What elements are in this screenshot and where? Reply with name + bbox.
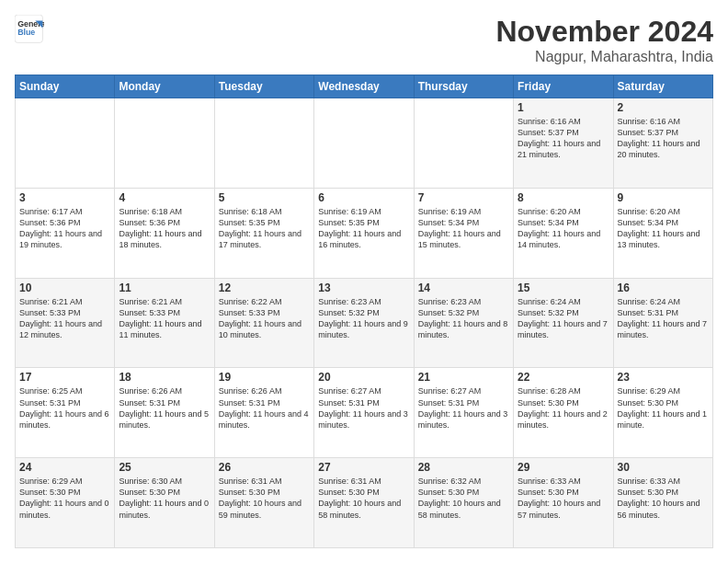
- calendar-cell: 12Sunrise: 6:22 AMSunset: 5:33 PMDayligh…: [214, 278, 313, 368]
- day-info: Sunrise: 6:31 AMSunset: 5:30 PMDaylight:…: [318, 476, 409, 521]
- day-info: Sunrise: 6:24 AMSunset: 5:31 PMDaylight:…: [618, 296, 709, 341]
- calendar-cell: 2Sunrise: 6:16 AMSunset: 5:37 PMDaylight…: [613, 98, 712, 189]
- logo: General Blue: [15, 15, 48, 44]
- calendar-cell: 17Sunrise: 6:25 AMSunset: 5:31 PMDayligh…: [16, 368, 115, 458]
- calendar-cell: [214, 98, 313, 189]
- day-info: Sunrise: 6:19 AMSunset: 5:34 PMDaylight:…: [418, 206, 509, 251]
- weekday-saturday: Saturday: [613, 75, 712, 98]
- calendar-cell: 28Sunrise: 6:32 AMSunset: 5:30 PMDayligh…: [414, 458, 513, 548]
- day-number: 19: [219, 371, 310, 384]
- calendar-cell: [115, 98, 214, 189]
- week-row-2: 3Sunrise: 6:17 AMSunset: 5:36 PMDaylight…: [16, 188, 713, 278]
- weekday-thursday: Thursday: [414, 75, 513, 98]
- weekday-monday: Monday: [115, 75, 214, 98]
- main-title: November 2024: [495, 15, 713, 49]
- day-info: Sunrise: 6:17 AMSunset: 5:36 PMDaylight:…: [19, 206, 110, 251]
- day-number: 26: [219, 461, 310, 474]
- calendar-cell: 1Sunrise: 6:16 AMSunset: 5:37 PMDaylight…: [514, 98, 613, 189]
- svg-text:Blue: Blue: [17, 28, 35, 37]
- day-number: 6: [318, 191, 409, 204]
- day-number: 8: [518, 191, 609, 204]
- calendar-cell: 16Sunrise: 6:24 AMSunset: 5:31 PMDayligh…: [613, 278, 712, 368]
- week-row-4: 17Sunrise: 6:25 AMSunset: 5:31 PMDayligh…: [16, 368, 713, 458]
- day-number: 18: [119, 371, 210, 384]
- day-info: Sunrise: 6:20 AMSunset: 5:34 PMDaylight:…: [518, 206, 609, 251]
- day-info: Sunrise: 6:23 AMSunset: 5:32 PMDaylight:…: [418, 296, 509, 341]
- sub-title: Nagpur, Maharashtra, India: [495, 49, 713, 65]
- weekday-friday: Friday: [514, 75, 613, 98]
- day-number: 9: [618, 191, 709, 204]
- day-number: 30: [618, 461, 709, 474]
- calendar-cell: 27Sunrise: 6:31 AMSunset: 5:30 PMDayligh…: [314, 458, 414, 548]
- calendar-cell: 15Sunrise: 6:24 AMSunset: 5:32 PMDayligh…: [514, 278, 613, 368]
- day-info: Sunrise: 6:18 AMSunset: 5:36 PMDaylight:…: [119, 206, 210, 251]
- calendar-cell: 25Sunrise: 6:30 AMSunset: 5:30 PMDayligh…: [115, 458, 214, 548]
- day-number: 10: [19, 282, 110, 294]
- day-info: Sunrise: 6:16 AMSunset: 5:37 PMDaylight:…: [618, 116, 709, 161]
- day-info: Sunrise: 6:27 AMSunset: 5:31 PMDaylight:…: [318, 385, 409, 431]
- calendar-cell: 30Sunrise: 6:33 AMSunset: 5:30 PMDayligh…: [613, 458, 712, 548]
- day-number: 11: [119, 282, 210, 294]
- day-info: Sunrise: 6:29 AMSunset: 5:30 PMDaylight:…: [19, 476, 110, 521]
- calendar-cell: 7Sunrise: 6:19 AMSunset: 5:34 PMDaylight…: [414, 188, 513, 278]
- day-number: 25: [119, 461, 210, 474]
- calendar-cell: 3Sunrise: 6:17 AMSunset: 5:36 PMDaylight…: [16, 188, 115, 278]
- day-info: Sunrise: 6:30 AMSunset: 5:30 PMDaylight:…: [119, 476, 210, 521]
- calendar-cell: 13Sunrise: 6:23 AMSunset: 5:32 PMDayligh…: [314, 278, 414, 368]
- week-row-1: 1Sunrise: 6:16 AMSunset: 5:37 PMDaylight…: [16, 98, 713, 189]
- calendar-cell: 11Sunrise: 6:21 AMSunset: 5:33 PMDayligh…: [115, 278, 214, 368]
- day-info: Sunrise: 6:26 AMSunset: 5:31 PMDaylight:…: [219, 385, 310, 431]
- day-number: 15: [518, 282, 609, 294]
- day-number: 5: [219, 191, 310, 204]
- day-info: Sunrise: 6:33 AMSunset: 5:30 PMDaylight:…: [518, 476, 609, 521]
- day-number: 29: [518, 461, 609, 474]
- header: General Blue November 2024 Nagpur, Mahar…: [15, 15, 713, 65]
- calendar-cell: 5Sunrise: 6:18 AMSunset: 5:35 PMDaylight…: [214, 188, 313, 278]
- day-info: Sunrise: 6:32 AMSunset: 5:30 PMDaylight:…: [418, 476, 509, 521]
- weekday-tuesday: Tuesday: [214, 75, 313, 98]
- day-info: Sunrise: 6:21 AMSunset: 5:33 PMDaylight:…: [119, 296, 210, 341]
- calendar-cell: 20Sunrise: 6:27 AMSunset: 5:31 PMDayligh…: [314, 368, 414, 458]
- day-number: 12: [219, 282, 310, 294]
- day-info: Sunrise: 6:26 AMSunset: 5:31 PMDaylight:…: [119, 385, 210, 431]
- day-info: Sunrise: 6:21 AMSunset: 5:33 PMDaylight:…: [19, 296, 110, 341]
- calendar-cell: 23Sunrise: 6:29 AMSunset: 5:30 PMDayligh…: [613, 368, 712, 458]
- calendar-cell: 14Sunrise: 6:23 AMSunset: 5:32 PMDayligh…: [414, 278, 513, 368]
- weekday-wednesday: Wednesday: [314, 75, 414, 98]
- calendar-cell: 10Sunrise: 6:21 AMSunset: 5:33 PMDayligh…: [16, 278, 115, 368]
- day-number: 3: [19, 191, 110, 204]
- logo-icon: General Blue: [15, 15, 44, 44]
- day-number: 1: [518, 101, 609, 114]
- day-number: 14: [418, 282, 509, 294]
- day-info: Sunrise: 6:25 AMSunset: 5:31 PMDaylight:…: [19, 385, 110, 431]
- calendar-cell: 8Sunrise: 6:20 AMSunset: 5:34 PMDaylight…: [514, 188, 613, 278]
- calendar-cell: 6Sunrise: 6:19 AMSunset: 5:35 PMDaylight…: [314, 188, 414, 278]
- day-number: 7: [418, 191, 509, 204]
- day-info: Sunrise: 6:28 AMSunset: 5:30 PMDaylight:…: [518, 385, 609, 431]
- day-number: 17: [19, 371, 110, 384]
- weekday-sunday: Sunday: [16, 75, 115, 98]
- day-info: Sunrise: 6:29 AMSunset: 5:30 PMDaylight:…: [618, 385, 709, 431]
- calendar-cell: 22Sunrise: 6:28 AMSunset: 5:30 PMDayligh…: [514, 368, 613, 458]
- day-info: Sunrise: 6:24 AMSunset: 5:32 PMDaylight:…: [518, 296, 609, 341]
- day-info: Sunrise: 6:22 AMSunset: 5:33 PMDaylight:…: [219, 296, 310, 341]
- day-number: 28: [418, 461, 509, 474]
- calendar-cell: [414, 98, 513, 189]
- day-number: 24: [19, 461, 110, 474]
- day-info: Sunrise: 6:33 AMSunset: 5:30 PMDaylight:…: [618, 476, 709, 521]
- calendar-cell: 24Sunrise: 6:29 AMSunset: 5:30 PMDayligh…: [16, 458, 115, 548]
- day-number: 4: [119, 191, 210, 204]
- calendar-cell: 4Sunrise: 6:18 AMSunset: 5:36 PMDaylight…: [115, 188, 214, 278]
- day-info: Sunrise: 6:20 AMSunset: 5:34 PMDaylight:…: [618, 206, 709, 251]
- day-number: 23: [618, 371, 709, 384]
- day-info: Sunrise: 6:18 AMSunset: 5:35 PMDaylight:…: [219, 206, 310, 251]
- week-row-5: 24Sunrise: 6:29 AMSunset: 5:30 PMDayligh…: [16, 458, 713, 548]
- weekday-header-row: SundayMondayTuesdayWednesdayThursdayFrid…: [16, 75, 713, 98]
- day-number: 2: [618, 101, 709, 114]
- day-number: 16: [618, 282, 709, 294]
- calendar-cell: 26Sunrise: 6:31 AMSunset: 5:30 PMDayligh…: [214, 458, 313, 548]
- day-info: Sunrise: 6:27 AMSunset: 5:31 PMDaylight:…: [418, 385, 509, 431]
- calendar-cell: 9Sunrise: 6:20 AMSunset: 5:34 PMDaylight…: [613, 188, 712, 278]
- calendar-cell: 18Sunrise: 6:26 AMSunset: 5:31 PMDayligh…: [115, 368, 214, 458]
- day-number: 21: [418, 371, 509, 384]
